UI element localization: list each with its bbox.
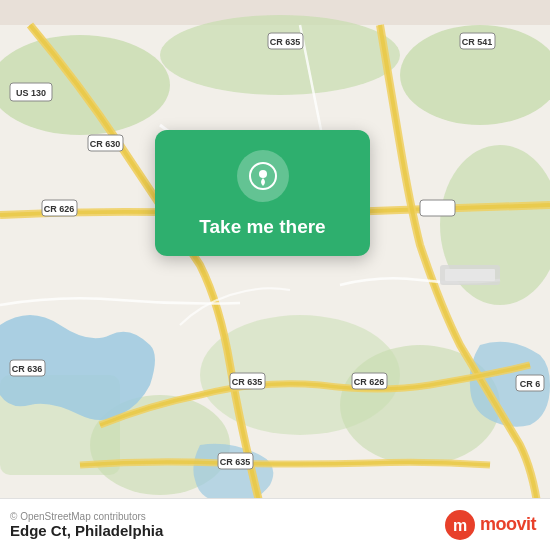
svg-text:CR 635: CR 635 [220, 457, 251, 467]
location-label: Edge Ct, Philadelphia [10, 522, 163, 539]
svg-text:m: m [453, 517, 467, 534]
bottom-bar: © OpenStreetMap contributors Edge Ct, Ph… [0, 498, 550, 550]
osm-attribution: © OpenStreetMap contributors [10, 511, 163, 522]
map-container: US 130 CR 630 CR 635 CR 541 CR 626 I-295… [0, 0, 550, 550]
svg-text:CR 626: CR 626 [44, 204, 75, 214]
moovit-icon: m [444, 509, 476, 541]
map-background: US 130 CR 630 CR 635 CR 541 CR 626 I-295… [0, 0, 550, 550]
moovit-brand-text: moovit [480, 514, 536, 535]
moovit-logo: m moovit [444, 509, 536, 541]
svg-text:CR 6: CR 6 [520, 379, 541, 389]
action-card[interactable]: Take me there [155, 130, 370, 256]
svg-text:CR 635: CR 635 [270, 37, 301, 47]
svg-point-34 [259, 170, 267, 178]
svg-point-2 [160, 15, 400, 95]
svg-text:CR 541: CR 541 [462, 37, 493, 47]
pin-icon-wrapper [237, 150, 289, 202]
location-pin-icon [249, 162, 277, 190]
svg-text:CR 630: CR 630 [90, 139, 121, 149]
svg-text:CR 635: CR 635 [232, 377, 263, 387]
bottom-left-info: © OpenStreetMap contributors Edge Ct, Ph… [10, 511, 163, 539]
svg-text:I-295: I-295 [427, 204, 448, 214]
svg-text:CR 626: CR 626 [354, 377, 385, 387]
svg-text:US 130: US 130 [16, 88, 46, 98]
svg-rect-32 [445, 269, 495, 281]
take-me-there-button[interactable]: Take me there [199, 216, 325, 238]
svg-text:CR 636: CR 636 [12, 364, 43, 374]
